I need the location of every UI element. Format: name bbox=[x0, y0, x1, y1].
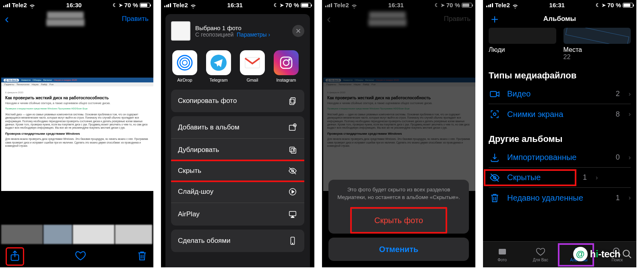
video-icon bbox=[489, 89, 501, 99]
action-sheet: Это фото будет скрыто из всех разделов М… bbox=[328, 180, 469, 261]
wifi-icon bbox=[29, 3, 35, 8]
tab-for-you[interactable]: Для Вас bbox=[521, 242, 559, 267]
share-options-button[interactable]: Параметры › bbox=[237, 31, 270, 38]
moon-icon: ☾ bbox=[113, 2, 117, 8]
screen-3-confirm-hide: Tele2 16:31 ☾➤70 % ‹ █████████████ ███ П… bbox=[322, 0, 475, 267]
phone-icon bbox=[288, 236, 297, 246]
svg-point-2 bbox=[180, 58, 190, 68]
share-app-instagram[interactable]: Instagram bbox=[273, 50, 299, 82]
alert-message: Это фото будет скрыто из всех разделов М… bbox=[335, 186, 462, 207]
add-album-button[interactable]: ＋ bbox=[489, 11, 501, 27]
signal-icon bbox=[3, 3, 10, 7]
action-duplicate[interactable]: Дублировать bbox=[171, 139, 304, 161]
screen-2-share-sheet: Tele2 16:31 ☾➤70 % Выбрано 1 фото С геоп… bbox=[161, 0, 314, 267]
wifi-icon bbox=[190, 3, 196, 8]
svg-rect-23 bbox=[499, 249, 506, 254]
share-thumbnail bbox=[171, 21, 190, 41]
back-button[interactable]: ‹ bbox=[5, 12, 9, 26]
section-other-albums: Другие альбомы bbox=[483, 124, 636, 148]
svg-point-1 bbox=[182, 60, 187, 65]
close-button[interactable]: ✕ bbox=[292, 25, 304, 37]
add-to-album-icon bbox=[288, 123, 297, 132]
hide-icon bbox=[288, 166, 297, 176]
battery-pct-label: 70 % bbox=[124, 2, 138, 8]
type-row-recently-deleted[interactable]: Недавно удаленные1› bbox=[489, 188, 631, 208]
svg-point-19 bbox=[292, 243, 293, 244]
share-app-gmail[interactable]: Gmail bbox=[239, 50, 265, 82]
site-logo: @ hi-tech bbox=[4, 79, 19, 82]
status-bar: Tele2 16:31 ☾➤70 % bbox=[483, 0, 636, 10]
tab-photos[interactable]: Фото bbox=[483, 242, 521, 267]
nav-title: █████████████ ███ bbox=[9, 12, 122, 26]
type-row-video[interactable]: Видео2› bbox=[489, 84, 631, 104]
svg-rect-9 bbox=[291, 98, 295, 103]
nav-bar: ＋ Альбомы bbox=[483, 10, 636, 28]
action-copy-photo[interactable]: Скопировать фото bbox=[171, 90, 304, 112]
airplay-icon bbox=[288, 209, 297, 219]
duplicate-icon bbox=[288, 145, 297, 155]
status-bar: Tele2 16:30 ☾➤70 % bbox=[0, 0, 153, 10]
bottom-toolbar bbox=[0, 245, 153, 267]
type-row-imported[interactable]: Импортированные0› bbox=[489, 148, 631, 168]
share-app-telegram[interactable]: Telegram bbox=[206, 50, 231, 82]
edit-button[interactable]: Править bbox=[122, 15, 149, 23]
share-button[interactable] bbox=[6, 247, 24, 266]
photo-content[interactable]: @ hi-techНовостиОбзорыКаталогАкции и ски… bbox=[1, 78, 153, 191]
chevron-right-icon: › bbox=[629, 90, 631, 98]
nav-bar: ‹ █████████████ ███ Править bbox=[0, 10, 153, 28]
svg-point-8 bbox=[289, 59, 290, 60]
play-icon bbox=[288, 187, 297, 197]
thumbnail-strip[interactable] bbox=[0, 225, 153, 244]
action-add-to-album[interactable]: Добавить в альбом bbox=[171, 116, 304, 139]
share-apps-row[interactable]: AirDrop Telegram Gmail Instagram bbox=[165, 46, 310, 90]
action-slideshow[interactable]: Слайд-шоу bbox=[171, 181, 304, 203]
svg-rect-10 bbox=[290, 99, 294, 105]
share-app-airdrop[interactable]: AirDrop bbox=[172, 50, 198, 82]
album-people[interactable]: Люди bbox=[489, 28, 556, 61]
favorite-button[interactable] bbox=[75, 250, 86, 263]
svg-rect-17 bbox=[289, 211, 296, 216]
type-row-hidden[interactable]: Скрытые 1› bbox=[489, 168, 631, 188]
svg-rect-20 bbox=[490, 91, 496, 96]
nav-title: Альбомы bbox=[501, 15, 619, 23]
status-bar: Tele2 16:31 ☾➤70 % bbox=[161, 0, 314, 10]
cancel-button[interactable]: Отменить bbox=[328, 238, 469, 261]
clock-label: 16:30 bbox=[66, 2, 82, 8]
screenshot-icon bbox=[489, 109, 501, 119]
import-icon bbox=[489, 152, 501, 163]
svg-point-29 bbox=[623, 250, 629, 256]
carrier-label: Tele2 bbox=[12, 2, 27, 8]
action-set-wallpaper[interactable]: Сделать обоями bbox=[171, 230, 304, 252]
action-airplay[interactable]: AirPlay bbox=[171, 203, 304, 226]
watermark: @ hi-tech bbox=[569, 244, 636, 264]
hide-photo-button[interactable]: Скрыть фото bbox=[352, 209, 446, 232]
album-places[interactable]: Места 22 bbox=[564, 28, 631, 61]
type-row-screenshots[interactable]: Снимки экрана8› bbox=[489, 104, 631, 124]
article-heading: Как проверить жесткий диск на работоспос… bbox=[5, 95, 149, 101]
screen-4-albums: Tele2 16:31 ☾➤70 % ＋ Альбомы Люди Места … bbox=[483, 0, 636, 267]
share-sheet: Выбрано 1 фото С геопозицией Параметры ›… bbox=[165, 14, 310, 267]
svg-rect-11 bbox=[289, 125, 295, 130]
share-title: Выбрано 1 фото bbox=[195, 25, 287, 31]
battery-icon bbox=[140, 3, 150, 8]
copy-icon bbox=[288, 96, 297, 106]
screen-1-photo-detail: Tele2 16:30 ☾➤70 % ‹ █████████████ ███ П… bbox=[0, 0, 153, 267]
trash-button[interactable] bbox=[136, 250, 148, 263]
section-media-types: Типы медиафайлов bbox=[483, 61, 636, 84]
svg-point-21 bbox=[493, 113, 496, 116]
signal-icon bbox=[164, 3, 171, 7]
location-icon: ➤ bbox=[119, 2, 123, 8]
share-subtitle: С геопозицией bbox=[195, 31, 233, 38]
svg-point-7 bbox=[283, 60, 289, 66]
trash-icon bbox=[489, 193, 501, 203]
hidden-icon bbox=[489, 172, 501, 183]
action-hide[interactable]: Скрыть bbox=[171, 160, 304, 182]
